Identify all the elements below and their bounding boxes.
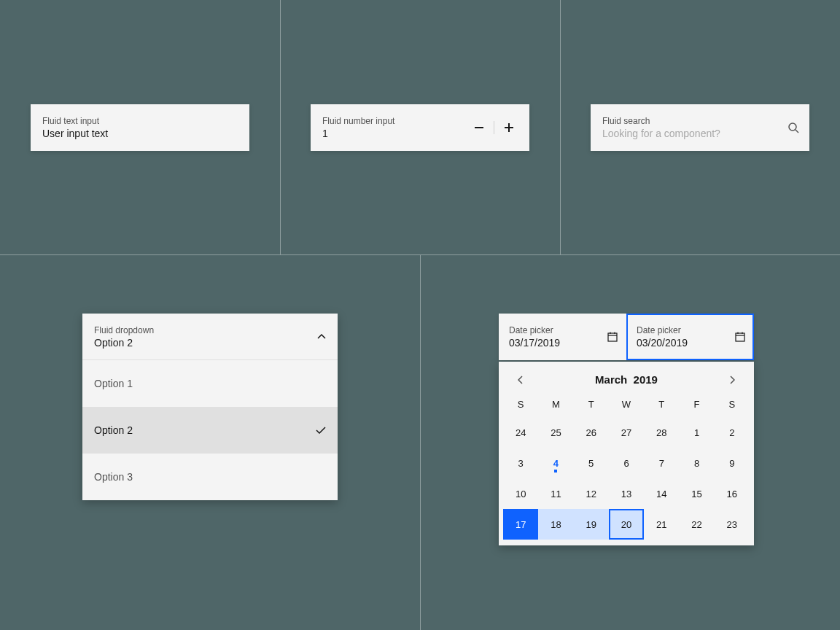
calendar-day[interactable]: 4 <box>538 448 573 478</box>
dropdown-option-label: Option 3 <box>94 471 133 483</box>
dropdown-option[interactable]: Option 1 <box>82 360 338 407</box>
calendar-day[interactable]: 21 <box>644 509 679 540</box>
next-month-button[interactable] <box>723 376 741 384</box>
date-start-input[interactable]: Date picker 03/17/2019 <box>499 314 626 360</box>
date-start-label: Date picker <box>509 325 616 335</box>
dropdown-option[interactable]: Option 2 <box>82 407 338 454</box>
calendar-weekday-row: SMTWTFS <box>503 392 750 417</box>
dropdown-option-label: Option 2 <box>94 424 133 436</box>
calendar-day[interactable]: 11 <box>538 478 573 509</box>
svg-rect-0 <box>475 127 483 128</box>
fluid-number-input[interactable]: Fluid number input 1 <box>311 104 529 151</box>
calendar-day[interactable]: 2 <box>715 417 750 448</box>
text-input-label: Fluid text input <box>42 116 238 126</box>
svg-rect-5 <box>608 333 617 341</box>
date-start-value: 03/17/2019 <box>509 337 616 349</box>
calendar-icon <box>607 332 618 342</box>
calendar-day[interactable]: 8 <box>679 448 714 478</box>
search-label: Fluid search <box>602 116 798 126</box>
calendar-day[interactable]: 17 <box>503 509 538 540</box>
calendar-weekday: S <box>503 392 538 417</box>
calendar-day[interactable]: 27 <box>609 417 644 448</box>
checkmark-icon <box>316 427 326 434</box>
chevron-up-icon <box>317 334 326 340</box>
calendar-weekday: F <box>679 392 714 417</box>
calendar-day[interactable]: 12 <box>574 478 609 509</box>
svg-point-3 <box>789 123 796 131</box>
calendar-panel: March 2019 SMTWTFS 242526272812345678910… <box>499 362 754 545</box>
dropdown-selected: Option 2 <box>94 337 326 349</box>
calendar-day[interactable]: 6 <box>609 448 644 478</box>
prev-month-button[interactable] <box>512 376 529 384</box>
calendar-weekday: W <box>609 392 644 417</box>
calendar-day[interactable]: 20 <box>609 509 644 540</box>
calendar-day[interactable]: 23 <box>715 509 750 540</box>
calendar-day[interactable]: 1 <box>679 417 714 448</box>
date-end-input[interactable]: Date picker 03/20/2019 <box>626 314 754 360</box>
calendar-day[interactable]: 9 <box>715 448 750 478</box>
dropdown-label: Fluid dropdown <box>94 325 326 335</box>
calendar-icon <box>735 332 745 342</box>
calendar-day[interactable]: 26 <box>574 417 609 448</box>
calendar-day[interactable]: 19 <box>574 509 609 540</box>
calendar-day[interactable]: 5 <box>574 448 609 478</box>
calendar-day[interactable]: 10 <box>503 478 538 509</box>
svg-rect-9 <box>736 333 744 341</box>
dropdown-option-label: Option 1 <box>94 378 133 389</box>
calendar-day[interactable]: 15 <box>679 478 714 509</box>
search-placeholder: Looking for a component? <box>602 128 798 139</box>
svg-rect-2 <box>505 127 513 128</box>
calendar-weekday: S <box>715 392 750 417</box>
divider <box>420 254 421 630</box>
calendar-days-grid: 2425262728123456789101112131415161718192… <box>503 417 750 540</box>
calendar-weekday: T <box>644 392 679 417</box>
calendar-weekday: T <box>574 392 609 417</box>
calendar-day[interactable]: 13 <box>609 478 644 509</box>
calendar-day[interactable]: 25 <box>538 417 573 448</box>
calendar-day[interactable]: 18 <box>538 509 573 540</box>
search-icon[interactable] <box>788 122 799 133</box>
calendar-day[interactable]: 16 <box>715 478 750 509</box>
increment-button[interactable] <box>494 113 524 142</box>
fluid-search-input[interactable]: Fluid search Looking for a component? <box>591 104 809 151</box>
calendar-day[interactable]: 14 <box>644 478 679 509</box>
date-end-value: 03/20/2019 <box>637 337 744 349</box>
dropdown-toggle[interactable]: Fluid dropdown Option 2 <box>82 314 338 360</box>
dropdown-option[interactable]: Option 3 <box>82 454 338 500</box>
calendar-day[interactable]: 24 <box>503 417 538 448</box>
dropdown-menu: Option 1 Option 2 Option 3 <box>82 360 338 500</box>
fluid-text-input[interactable]: Fluid text input User input text <box>31 104 249 151</box>
text-input-value: User input text <box>42 128 238 139</box>
calendar-day[interactable]: 22 <box>679 509 714 540</box>
calendar-day[interactable]: 28 <box>644 417 679 448</box>
calendar-day[interactable]: 3 <box>503 448 538 478</box>
fluid-dropdown: Fluid dropdown Option 2 Option 1 Option … <box>82 314 338 500</box>
decrement-button[interactable] <box>464 113 494 142</box>
calendar-weekday: M <box>538 392 573 417</box>
calendar-month-year: March 2019 <box>595 373 658 386</box>
date-range-picker: Date picker 03/17/2019 Date picker 03/20… <box>499 314 754 545</box>
calendar-day[interactable]: 7 <box>644 448 679 478</box>
svg-line-4 <box>796 130 798 133</box>
date-end-label: Date picker <box>637 325 744 335</box>
